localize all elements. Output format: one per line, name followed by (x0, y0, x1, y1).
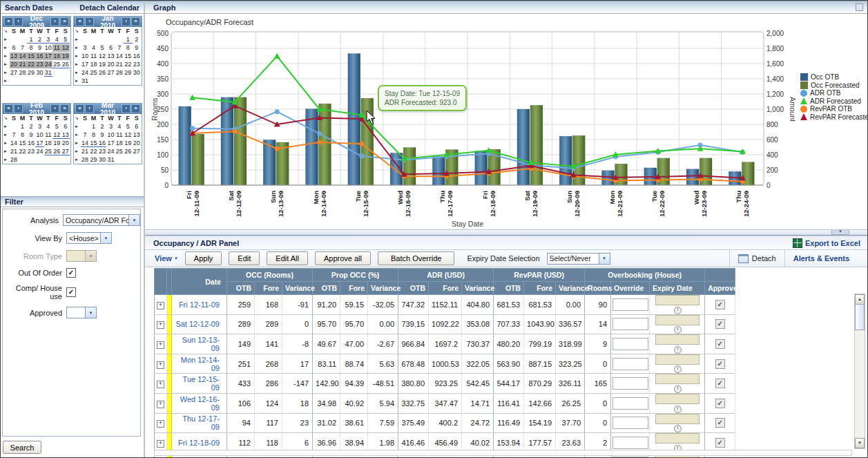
search-button[interactable]: Search (3, 441, 41, 454)
expiry-picker-icon[interactable] (674, 346, 682, 354)
calendar-day[interactable]: 11 (89, 53, 97, 60)
expiry-date-input[interactable] (655, 315, 700, 325)
calendar-day[interactable]: 6 (106, 44, 115, 52)
calendar-day[interactable]: 28 (115, 69, 124, 77)
calendar-day[interactable]: 5 (61, 36, 70, 44)
view-menu-button[interactable]: View ▼ (155, 254, 178, 263)
calendar-day[interactable]: 31 (81, 77, 89, 85)
calendar-day[interactable]: 30 (133, 69, 141, 77)
calendar-day[interactable]: 26 (52, 148, 61, 155)
calendar-day[interactable]: 21 (115, 61, 124, 68)
batch-override-button[interactable]: Batch Override (378, 251, 454, 265)
calendar-day[interactable]: 3 (44, 36, 52, 44)
calendar-day[interactable]: 19 (52, 140, 61, 147)
week-select-icon[interactable]: ► (75, 141, 81, 145)
calendar-day[interactable]: 3 (106, 123, 115, 131)
expand-row-icon[interactable]: + (157, 341, 164, 349)
calendar-day[interactable]: 1 (124, 36, 132, 44)
cell-stay-date[interactable]: Mon 12-14-09 (172, 354, 227, 374)
calendar-day[interactable]: 4 (89, 44, 97, 52)
prev-month-icon[interactable]: ‹ (85, 17, 94, 26)
panel-menu-icon[interactable] (856, 3, 863, 11)
calendar-day[interactable]: 5 (124, 123, 132, 131)
calendar-day[interactable]: 21 (18, 61, 26, 68)
calendar-day[interactable]: 8 (89, 131, 97, 139)
override-input[interactable] (613, 298, 648, 311)
expiry-date-input[interactable] (655, 374, 700, 384)
calendar-day[interactable]: 26 (98, 69, 106, 77)
calendar-day[interactable]: 30 (98, 156, 106, 164)
calendar-day[interactable]: 14 (115, 53, 124, 60)
approved-checkbox[interactable]: ✓ (715, 379, 725, 388)
calendar-day[interactable]: 20 (61, 140, 70, 147)
override-input[interactable] (613, 397, 648, 410)
detach-button[interactable]: Detach (729, 250, 784, 267)
calendar-day[interactable]: 29 (89, 156, 97, 164)
expiry-picker-icon[interactable] (674, 365, 682, 373)
prev-month-icon[interactable]: ‹ (85, 104, 94, 113)
week-select-icon[interactable]: ► (75, 79, 81, 83)
approved-checkbox[interactable]: ✓ (715, 319, 725, 329)
last-month-icon[interactable]: » (131, 17, 140, 26)
calendar-day[interactable]: 2 (133, 36, 141, 44)
first-month-icon[interactable]: « (75, 104, 84, 113)
week-select-icon[interactable]: ► (3, 37, 10, 41)
calendar-day[interactable]: 1 (27, 36, 35, 44)
comp-house-checkbox[interactable]: ✓ (66, 287, 76, 297)
expiry-date-input[interactable] (655, 295, 700, 305)
expiry-date-input[interactable] (655, 433, 700, 443)
expiry-date-input[interactable] (655, 414, 700, 424)
calendar-day[interactable]: 18 (44, 140, 52, 147)
calendar-day[interactable]: 10 (35, 131, 44, 139)
calendar-day[interactable]: 15 (18, 140, 26, 147)
calendar-day[interactable]: 7 (81, 131, 89, 139)
first-month-icon[interactable]: « (75, 17, 84, 26)
calendar-day[interactable]: 23 (35, 61, 44, 68)
calendar-day[interactable]: 20 (10, 61, 18, 68)
override-input[interactable] (613, 318, 648, 330)
calendar-day[interactable]: 10 (44, 44, 52, 52)
select-all-icon[interactable]: ↘ (75, 28, 81, 34)
expand-row-icon[interactable]: + (157, 381, 164, 388)
approved-checkbox[interactable]: ✓ (715, 418, 725, 428)
chart-region[interactable]: Occupancy/ADR Forecast 05010015020025030… (145, 14, 867, 229)
first-month-icon[interactable]: « (4, 17, 13, 26)
calendar-day[interactable]: 1 (18, 123, 26, 131)
calendar-day[interactable]: 24 (44, 61, 52, 68)
week-select-icon[interactable]: ► (3, 70, 10, 75)
select-all-icon[interactable]: ↘ (3, 28, 10, 34)
calendar-day[interactable]: 14 (18, 53, 26, 60)
calendar-day[interactable]: 17 (106, 140, 115, 147)
calendar-day[interactable]: 22 (124, 61, 132, 68)
calendar-day[interactable]: 25 (89, 69, 97, 77)
week-select-icon[interactable]: ► (3, 158, 10, 162)
calendar-day[interactable]: 29 (27, 69, 35, 77)
calendar-day[interactable]: 3 (81, 44, 89, 52)
calendar-day[interactable]: 22 (18, 148, 26, 155)
collapse-panel-button[interactable]: ▼ (831, 230, 849, 235)
calendar-day[interactable]: 23 (133, 61, 141, 68)
viewby-select[interactable]: <House> ▼ (66, 232, 112, 244)
calendar-day[interactable]: 9 (133, 44, 141, 52)
last-month-icon[interactable]: » (131, 104, 140, 113)
calendar-day[interactable]: 12 (124, 131, 132, 139)
override-input[interactable] (613, 358, 648, 370)
expiry-date-selection-select[interactable]: Select/Never ▼ (547, 253, 610, 265)
detach-calendar-link[interactable]: Detach Calendar (79, 3, 139, 12)
cell-stay-date[interactable]: Tue 12-15-09 (172, 374, 227, 394)
calendar-day[interactable]: 2 (27, 123, 35, 131)
week-select-icon[interactable]: ► (75, 133, 81, 137)
calendar-day[interactable]: 9 (35, 44, 44, 52)
calendar-day[interactable]: 3 (35, 123, 44, 131)
calendar-day[interactable]: 25 (44, 148, 52, 155)
approve-all-button[interactable]: Approve all (315, 251, 371, 265)
approved-select[interactable]: ▼ (66, 307, 97, 318)
calendar-day[interactable]: 30 (35, 69, 44, 77)
next-month-icon[interactable]: › (122, 17, 131, 26)
last-month-icon[interactable]: » (60, 17, 69, 26)
calendar-day[interactable]: 5 (98, 44, 106, 52)
last-month-icon[interactable]: » (60, 104, 69, 113)
week-select-icon[interactable]: ► (75, 158, 81, 162)
expiry-picker-icon[interactable] (674, 385, 682, 393)
override-input[interactable] (613, 437, 648, 449)
